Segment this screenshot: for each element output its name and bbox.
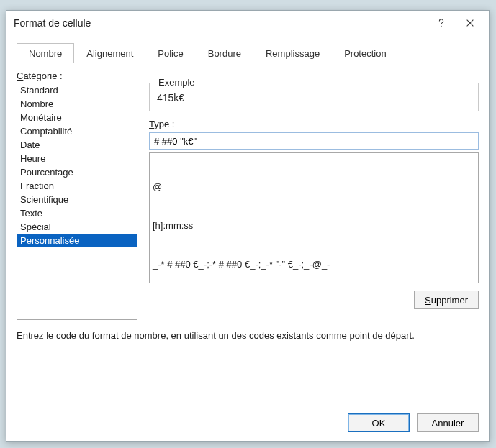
list-item[interactable]: Scientifique: [17, 193, 137, 206]
tab-nombre[interactable]: Nombre: [17, 43, 74, 63]
list-item[interactable]: Texte: [17, 206, 137, 220]
tab-police[interactable]: Police: [145, 43, 195, 63]
tab-protection[interactable]: Protection: [332, 43, 399, 63]
list-item[interactable]: Nombre: [17, 97, 137, 111]
list-item[interactable]: Fraction: [17, 179, 137, 193]
format-cells-dialog: Format de cellule Nombre Alignement Poli…: [6, 10, 490, 442]
example-group: Exemple 415k€: [149, 83, 479, 111]
list-item[interactable]: Spécial: [17, 220, 137, 234]
example-label: Exemple: [155, 77, 198, 88]
format-code-listbox[interactable]: @ [h]:mm:ss _-* # ##0 €_-;-* # ##0 €_-;_…: [149, 152, 479, 283]
titlebar: Format de cellule: [6, 11, 489, 35]
list-item[interactable]: Monétaire: [17, 111, 137, 124]
category-label: Catégorie :: [17, 70, 479, 81]
list-item[interactable]: _-* # ##0 €_-;-* # ##0 €_-;_-* "-" €_-;_…: [153, 258, 475, 271]
list-item[interactable]: [h]:mm:ss: [153, 219, 475, 232]
tab-strip: Nombre Alignement Police Bordure Remplis…: [17, 42, 479, 63]
type-input[interactable]: [149, 132, 479, 150]
cancel-button[interactable]: Annuler: [417, 413, 479, 432]
dialog-footer: OK Annuler: [6, 406, 489, 441]
tab-bordure[interactable]: Bordure: [196, 43, 253, 63]
category-listbox[interactable]: Standard Nombre Monétaire Comptabilité D…: [17, 83, 137, 320]
list-item[interactable]: Heure: [17, 152, 137, 165]
list-item[interactable]: Date: [17, 138, 137, 152]
list-item[interactable]: @: [153, 180, 475, 193]
dialog-title: Format de cellule: [14, 17, 427, 29]
type-label: Type :: [149, 119, 479, 129]
svg-point-0: [441, 25, 441, 26]
dialog-content: Nombre Alignement Police Bordure Remplis…: [6, 35, 489, 406]
help-text: Entrez le code du format de nombre, en u…: [17, 330, 479, 341]
list-item[interactable]: Comptabilité: [17, 124, 137, 138]
list-item[interactable]: Pourcentage: [17, 165, 137, 179]
close-icon: [465, 18, 475, 28]
list-item[interactable]: Standard: [17, 83, 137, 97]
example-value: 415k€: [157, 89, 471, 104]
close-button[interactable]: [456, 13, 484, 33]
list-item[interactable]: Personnalisée: [17, 234, 137, 247]
help-icon: [436, 18, 446, 28]
ok-button[interactable]: OK: [348, 413, 410, 432]
tab-alignement[interactable]: Alignement: [74, 43, 145, 63]
tab-remplissage[interactable]: Remplissage: [253, 43, 332, 63]
help-button[interactable]: [427, 13, 456, 33]
delete-button[interactable]: Supprimer: [414, 291, 479, 309]
